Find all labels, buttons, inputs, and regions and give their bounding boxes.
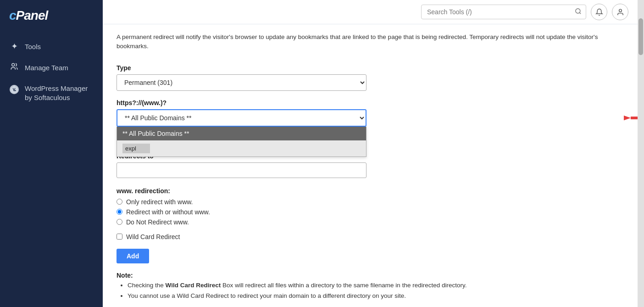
topbar <box>103 0 638 24</box>
domain-option-inner: expl <box>122 144 150 153</box>
wildcard-label: Wild Card Redirect <box>126 233 180 240</box>
search-icon <box>575 8 582 16</box>
sidebar-item-manage-team-label: Manage Team <box>25 64 68 72</box>
type-label: Type <box>117 64 624 72</box>
svg-point-2 <box>576 9 580 13</box>
svg-line-3 <box>579 12 581 14</box>
wordpress-icon <box>9 85 19 96</box>
note-item-2: You cannot use a Wild Card Redirect to r… <box>128 291 624 301</box>
note-section: Note: Checking the Wild Card Redirect Bo… <box>117 272 624 301</box>
radio-only-www-label: Only redirect with www. <box>126 198 193 206</box>
domain-select[interactable]: ** All Public Domains ** expl[domain] <box>117 109 366 127</box>
sidebar-item-wp-label: WordPress Manager by Softaculous <box>25 84 94 103</box>
note-title: Note: <box>117 272 133 279</box>
sidebar-navigation: ✦ Tools Manage Team WordPress Ma <box>0 36 103 108</box>
add-button[interactable]: Add <box>117 249 149 263</box>
sidebar-item-tools-label: Tools <box>25 43 41 50</box>
wildcard-checkbox[interactable] <box>117 234 122 240</box>
tools-icon: ✦ <box>9 41 19 51</box>
domain-section: https?://(www.)? ** All Public Domains *… <box>117 99 624 144</box>
content-area: A permanent redirect will notify the vis… <box>103 24 638 307</box>
domain-row: ** All Public Domains ** expl[domain] **… <box>117 109 624 127</box>
domain-select-wrapper: ** All Public Domains ** expl[domain] **… <box>117 109 366 127</box>
type-select[interactable]: Permanent (301) Temporary (302) <box>117 74 366 91</box>
sidebar-logo: cPanel <box>0 0 103 31</box>
sidebar-item-tools[interactable]: ✦ Tools <box>0 36 103 57</box>
radio-do-not-redirect-input[interactable] <box>117 219 122 225</box>
type-section: Type Permanent (301) Temporary (302) <box>117 64 624 91</box>
radio-group: Only redirect with www. Redirect with or… <box>117 198 624 226</box>
radio-do-not-redirect-label: Do Not Redirect www. <box>126 218 189 226</box>
sidebar-item-wordpress-manager[interactable]: WordPress Manager by Softaculous <box>0 78 103 108</box>
radio-with-or-without-label: Redirect with or without www. <box>126 208 210 216</box>
svg-point-4 <box>619 9 622 12</box>
cpanel-logo-text: cPanel <box>9 8 48 23</box>
scrollbar-thumb <box>638 18 643 55</box>
red-arrow <box>624 106 638 129</box>
info-text: A permanent redirect will notify the vis… <box>117 24 624 57</box>
domain-dropdown-open: ** All Public Domains ** expl <box>117 127 366 157</box>
main-area: A permanent redirect will notify the vis… <box>103 0 638 307</box>
wildcard-row[interactable]: Wild Card Redirect <box>117 233 624 240</box>
radio-with-or-without[interactable]: Redirect with or without www. <box>117 208 624 216</box>
radio-do-not-redirect[interactable]: Do Not Redirect www. <box>117 218 624 226</box>
outer-scrollbar[interactable] <box>638 0 644 307</box>
www-redirection-section: www. redirection: Only redirect with www… <box>117 187 624 226</box>
note-item-1: Checking the Wild Card Redirect Box will… <box>128 281 624 290</box>
note-list: Checking the Wild Card Redirect Box will… <box>117 281 624 301</box>
dropdown-domain-expl[interactable]: expl <box>117 140 366 156</box>
search-wrapper <box>421 5 586 19</box>
sidebar: cPanel ✦ Tools Manage Team <box>0 0 103 307</box>
svg-point-0 <box>12 63 15 66</box>
search-input[interactable] <box>421 5 586 19</box>
radio-only-www-input[interactable] <box>117 199 122 205</box>
dropdown-all-public[interactable]: ** All Public Domains ** <box>117 127 366 140</box>
radio-only-www[interactable]: Only redirect with www. <box>117 198 624 206</box>
sidebar-item-manage-team[interactable]: Manage Team <box>0 57 103 78</box>
radio-with-or-without-input[interactable] <box>117 209 122 215</box>
manage-team-icon <box>9 62 19 73</box>
www-label: www. redirection: <box>117 187 624 195</box>
redirects-to-input[interactable] <box>117 162 366 178</box>
https-label: https?://(www.)? <box>117 99 624 106</box>
user-account-button[interactable] <box>612 4 628 20</box>
notification-button[interactable] <box>591 4 607 20</box>
